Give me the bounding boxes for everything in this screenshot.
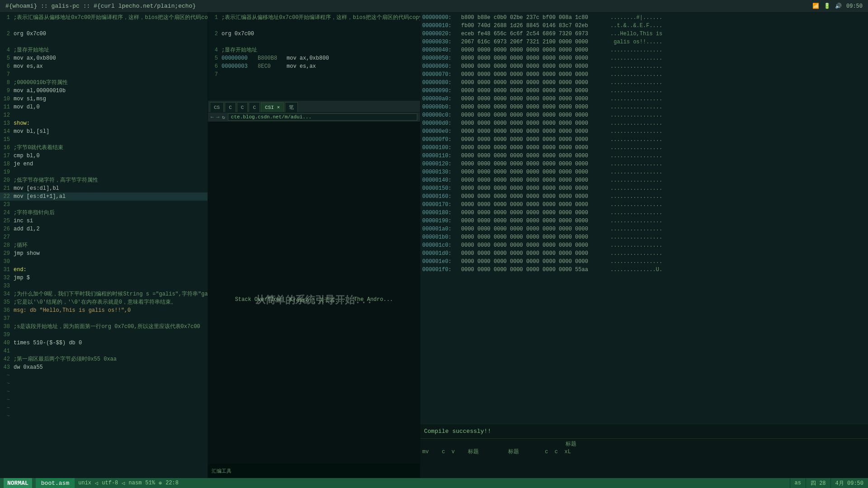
- hex-line: 00000000:b800 b88e c0b0 02be 237c bf00 0…: [420, 14, 868, 22]
- browser-tab[interactable]: CSI ×: [261, 102, 284, 112]
- hex-line: 000001b0:0000 0000 0000 0000 0000 0000 0…: [420, 233, 868, 241]
- center-code-line: [208, 38, 420, 46]
- left-code-line: 32jmp $: [0, 274, 208, 282]
- center-code-line: 500000000B800B8mov ax,0xb800: [208, 54, 420, 62]
- left-code-line: 25inc si: [0, 217, 208, 225]
- hex-line: 000000e0:0000 0000 0000 0000 0000 0000 0…: [420, 127, 868, 136]
- left-code-line: 28;循环: [0, 241, 208, 249]
- left-code-line: 40times 510-($-$$) db 0: [0, 339, 208, 347]
- hex-line: 000001f0:0000 0000 0000 0000 0000 0000 0…: [420, 266, 868, 274]
- left-code-line: 6mov es,ax: [0, 62, 208, 70]
- hex-line: 00000150:0000 0000 0000 0000 0000 0000 0…: [420, 184, 868, 192]
- center-code-line: 7: [208, 70, 420, 79]
- hex-line: 00000170:0000 0000 0000 0000 0000 0000 0…: [420, 201, 868, 209]
- browser-overlay: CSCCCCSI ×笔 ← → ↻ cte.blog.csdn.net/m/ad…: [208, 101, 420, 478]
- fwd-btn[interactable]: →: [217, 114, 220, 120]
- hex-line: 00000130:0000 0000 0000 0000 0000 0000 0…: [420, 168, 868, 176]
- hex-dump-area: 00000000:b800 b88e c0b0 02be 237c bf00 0…: [420, 13, 868, 424]
- left-code-line: 23: [0, 201, 208, 209]
- left-code-line: 26add dl,2: [0, 225, 208, 233]
- left-code-line: ~: [0, 380, 208, 388]
- left-code-line: 24;字符串指针向后: [0, 209, 208, 217]
- left-code-line: [0, 22, 208, 30]
- center-code-line: 1;表示汇编器从偏移地址0x7c00开始编译程序，这样，bios把这个扇区的代码…: [208, 14, 420, 22]
- hex-line: 00000080:0000 0000 0000 0000 0000 0000 0…: [420, 79, 868, 87]
- statusbar-sep1: ◁: [95, 480, 98, 487]
- browser-tab[interactable]: C: [237, 102, 248, 112]
- statusbar-right-group: as 四 28 4月 09:50: [790, 478, 868, 488]
- reload-btn[interactable]: ↻: [222, 114, 225, 120]
- hex-line: 00000120:0000 0000 0000 0000 0000 0000 0…: [420, 160, 868, 168]
- left-code-line: 21mov [es:dl],bl: [0, 184, 208, 192]
- left-code-line: 33: [0, 282, 208, 290]
- left-code-line: 37: [0, 314, 208, 323]
- left-code-line: 8;00000010b字符属性: [0, 79, 208, 87]
- statusbar-sep2: ◁: [122, 480, 125, 487]
- center-code-line: 6000000038EC0mov es,ax: [208, 62, 420, 70]
- hex-line: 000001e0:0000 0000 0000 0000 0000 0000 0…: [420, 258, 868, 266]
- left-code-line: 5mov ax,0xb800: [0, 54, 208, 62]
- hex-line: 000001a0:0000 0000 0000 0000 0000 0000 0…: [420, 225, 868, 233]
- hex-line: 00000100:0000 0000 0000 0000 0000 0000 0…: [420, 144, 868, 152]
- url-bar[interactable]: cte.blog.csdn.net/m/adui...: [228, 113, 417, 121]
- left-code-line: 43dw 0xaa55: [0, 363, 208, 371]
- hex-line: 000000b0:0000 0000 0000 0000 0000 0000 0…: [420, 103, 868, 111]
- browser-tab[interactable]: C: [249, 102, 260, 112]
- browser-bottom-text: 汇编工具: [212, 468, 416, 474]
- statusbar-as: as: [790, 478, 806, 488]
- browser-content: Stack Overflow Fresco | 关于古... The Andro…: [208, 122, 420, 478]
- back-btn[interactable]: ←: [211, 114, 214, 120]
- left-code-line: 35;它是以'\0'结尾的，'\0'在内存表示就是0，意味着字符串结束。: [0, 298, 208, 306]
- titlebar: #{whoami} :: galis-pc :: #{curl lpecho.n…: [0, 0, 868, 13]
- hex-line: 00000180:0000 0000 0000 0000 0000 0000 0…: [420, 209, 868, 217]
- compile-output: Compile successly!! 标题mv c v 标题 标题 c c x…: [420, 424, 868, 478]
- left-code-line: ~: [0, 371, 208, 380]
- statusbar-mode: NORMAL: [4, 478, 32, 488]
- hex-line: 000000f0:0000 0000 0000 0000 0000 0000 0…: [420, 136, 868, 144]
- statusbar-encoding: unix: [78, 480, 91, 486]
- statusbar-icon: ⊕: [159, 480, 162, 487]
- hex-line: 00000070:0000 0000 0000 0000 0000 0000 0…: [420, 70, 868, 79]
- center-panel: 1;表示汇编器从偏移地址0x7c00开始编译程序，这样，bios把这个扇区的代码…: [208, 13, 420, 478]
- browser-tab[interactable]: CS: [210, 102, 224, 112]
- left-code-line: 17cmp bl,0: [0, 152, 208, 160]
- statusbar-charset: utf-8: [102, 480, 118, 486]
- hex-line: 000000a0:0000 0000 0000 0000 0000 0000 0…: [420, 95, 868, 103]
- left-code-line: 41: [0, 347, 208, 355]
- left-code-line: 7: [0, 70, 208, 79]
- statusbar-file: boot.asm: [36, 478, 75, 488]
- statusbar-filetype: nasm: [129, 480, 142, 486]
- right-lower-line: mv c v 标题 标题 c c xL: [422, 448, 866, 456]
- browser-tab[interactable]: C: [225, 102, 236, 112]
- left-code-line: 14mov bl,[sl]: [0, 127, 208, 136]
- left-panel: 1;表示汇编器从偏移地址0x7c00开始编译程序，这样，bios把这个扇区的代码…: [0, 13, 208, 478]
- center-code-line: 4;显存开始地址: [208, 46, 420, 54]
- left-code-line: 39: [0, 331, 208, 339]
- wifi-icon: 📶: [812, 3, 819, 9]
- volume-icon: 🔊: [835, 3, 842, 9]
- hex-line: 00000090:0000 0000 0000 0000 0000 0000 0…: [420, 87, 868, 95]
- hex-line: 00000040:0000 0000 0000 0000 0000 0000 0…: [420, 46, 868, 54]
- hex-line: 00000160:0000 0000 0000 0000 0000 0000 0…: [420, 192, 868, 201]
- left-code-line: 20;低字节存储字符，高字节字符属性: [0, 176, 208, 184]
- browser-tab[interactable]: 笔: [285, 102, 298, 112]
- center-code-area: 1;表示汇编器从偏移地址0x7c00开始编译程序，这样，bios把这个扇区的代码…: [208, 13, 420, 101]
- left-code-line: 2org 0x7c00: [0, 30, 208, 38]
- hex-line: 000000c0:0000 0000 0000 0000 0000 0000 0…: [420, 111, 868, 119]
- titlebar-right: 📶 🔋 🔊 09:50: [812, 3, 863, 9]
- right-panel: 00000000:b800 b88e c0b0 02be 237c bf00 0…: [420, 13, 868, 478]
- left-code-line: 34;为什么加个0呢，我们下平时我们编程的时候String s ="galis"…: [0, 290, 208, 298]
- left-code-line: ~: [0, 404, 208, 412]
- left-code-line: 16;字节0就代表着结束: [0, 144, 208, 152]
- left-code-line: 10mov si,msg: [0, 95, 208, 103]
- hex-line: 00000140:0000 0000 0000 0000 0000 0000 0…: [420, 176, 868, 184]
- clock: 09:50: [846, 3, 863, 9]
- hex-line: 00000060:0000 0000 0000 0000 0000 0000 0…: [420, 62, 868, 70]
- statusbar-percent: 51%: [145, 480, 155, 486]
- left-code-line: 27: [0, 233, 208, 241]
- left-code-line: 18je end: [0, 160, 208, 168]
- right-lower-line: 标题: [422, 441, 866, 448]
- hex-line: 00000030:2067 616c 6973 206f 7321 2100 0…: [420, 38, 868, 46]
- left-code-line: 13show:: [0, 119, 208, 127]
- left-code-line: 12: [0, 111, 208, 119]
